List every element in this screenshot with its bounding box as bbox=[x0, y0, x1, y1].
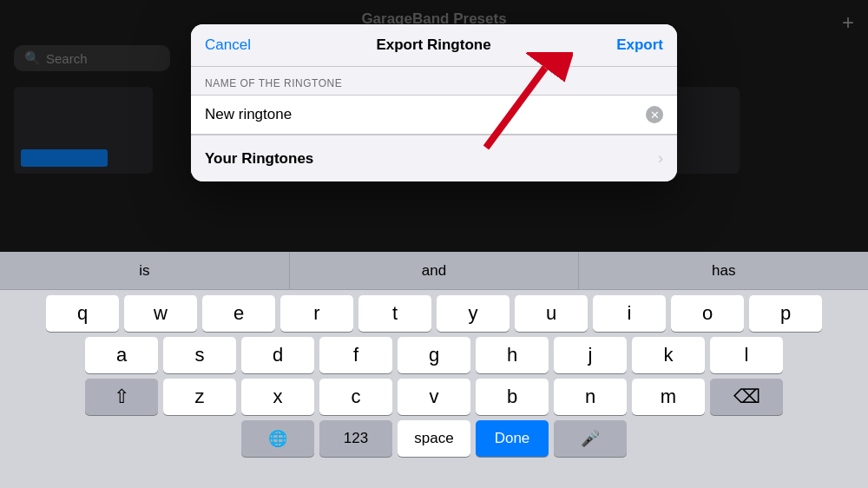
key-z[interactable]: z bbox=[163, 379, 236, 415]
key-row-bottom: 🌐 123 space Done 🎤 bbox=[3, 420, 865, 457]
mic-key[interactable]: 🎤 bbox=[554, 420, 627, 457]
modal-title: Export Ringtone bbox=[376, 36, 490, 54]
done-key[interactable]: Done bbox=[476, 420, 549, 457]
key-k[interactable]: k bbox=[632, 337, 705, 373]
cancel-button[interactable]: Cancel bbox=[205, 36, 251, 54]
your-ringtones-label: Your Ringtones bbox=[205, 150, 313, 168]
key-w[interactable]: w bbox=[124, 295, 197, 332]
key-r[interactable]: r bbox=[280, 295, 353, 332]
suggestion-bar: is and has bbox=[0, 252, 868, 290]
keys-area: q w e r t y u i o p a s d f g h j k l ⇧ … bbox=[0, 290, 868, 457]
key-a[interactable]: a bbox=[85, 337, 158, 373]
ringtone-name-text[interactable]: New ringtone bbox=[205, 106, 292, 123]
key-b[interactable]: b bbox=[476, 379, 549, 415]
key-u[interactable]: u bbox=[515, 295, 588, 332]
key-row-3: ⇧ z x c v b n m ⌫ bbox=[3, 379, 865, 415]
globe-key[interactable]: 🌐 bbox=[241, 420, 314, 457]
key-q[interactable]: q bbox=[46, 295, 119, 332]
key-j[interactable]: j bbox=[554, 337, 627, 373]
key-v[interactable]: v bbox=[398, 379, 470, 415]
shift-key[interactable]: ⇧ bbox=[85, 379, 158, 415]
suggestion-has[interactable]: has bbox=[579, 252, 868, 289]
ringtone-name-row: New ringtone ✕ bbox=[191, 95, 677, 135]
your-ringtones-row[interactable]: Your Ringtones › bbox=[191, 135, 677, 181]
key-row-2: a s d f g h j k l bbox=[3, 337, 865, 373]
key-e[interactable]: e bbox=[202, 295, 275, 332]
key-d[interactable]: d bbox=[241, 337, 314, 373]
chevron-right-icon: › bbox=[658, 149, 663, 168]
key-n[interactable]: n bbox=[554, 379, 627, 415]
key-y[interactable]: y bbox=[437, 295, 510, 332]
key-s[interactable]: s bbox=[163, 337, 236, 373]
section-label: NAME OF THE RINGTONE bbox=[191, 67, 677, 95]
key-x[interactable]: x bbox=[241, 379, 314, 415]
suggestion-is[interactable]: is bbox=[0, 252, 290, 289]
keyboard: is and has q w e r t y u i o p a s d f g… bbox=[0, 252, 868, 488]
export-button[interactable]: Export bbox=[616, 36, 663, 54]
key-p[interactable]: p bbox=[749, 295, 822, 332]
key-row-1: q w e r t y u i o p bbox=[3, 295, 865, 332]
numbers-key[interactable]: 123 bbox=[319, 420, 392, 457]
key-o[interactable]: o bbox=[671, 295, 744, 332]
key-i[interactable]: i bbox=[593, 295, 666, 332]
clear-button[interactable]: ✕ bbox=[646, 106, 663, 123]
key-f[interactable]: f bbox=[319, 337, 392, 373]
suggestion-and[interactable]: and bbox=[290, 252, 580, 289]
export-ringtone-modal: Cancel Export Ringtone Export NAME OF TH… bbox=[191, 24, 677, 181]
space-key[interactable]: space bbox=[398, 420, 470, 457]
key-c[interactable]: c bbox=[319, 379, 392, 415]
key-h[interactable]: h bbox=[476, 337, 549, 373]
modal-header: Cancel Export Ringtone Export bbox=[191, 24, 677, 67]
key-m[interactable]: m bbox=[632, 379, 705, 415]
delete-key[interactable]: ⌫ bbox=[710, 379, 783, 415]
key-t[interactable]: t bbox=[358, 295, 431, 332]
key-l[interactable]: l bbox=[710, 337, 783, 373]
key-g[interactable]: g bbox=[398, 337, 470, 373]
